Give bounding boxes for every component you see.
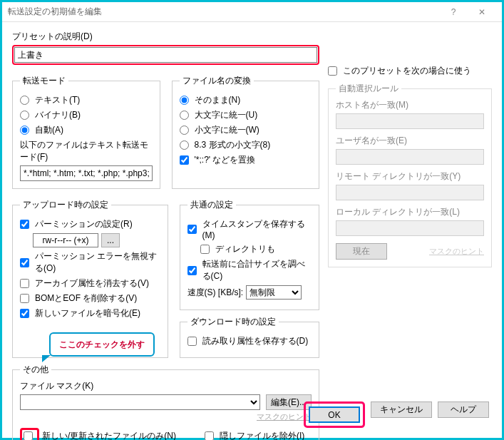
help-button[interactable]: ヘルプ xyxy=(438,401,489,418)
remote-match-input xyxy=(336,185,484,200)
other-legend: その他 xyxy=(20,364,51,376)
filename-convert-legend: ファイル名の変換 xyxy=(180,75,254,87)
common-settings-group: 共通の設定 タイムスタンプを保存する(M) ディレクトリも 転送前に合計サイズを… xyxy=(180,199,320,310)
filename-convert-group: ファイル名の変換 そのまま(N) 大文字に統一(U) 小文字に統一(W) 8.3… xyxy=(172,75,320,189)
user-match-input xyxy=(336,149,484,165)
dialog-footer: OK キャンセル ヘルプ xyxy=(304,401,489,428)
auto-rule-group: 自動選択ルール ホスト名が一致(M) ユーザ名が一致(E) リモート ディレクト… xyxy=(328,83,492,267)
download-legend: ダウンロード時の設定 xyxy=(187,316,279,328)
filemask-combobox[interactable] xyxy=(20,394,260,410)
fn-upper-radio[interactable] xyxy=(180,111,189,120)
replace-chars-checkbox[interactable] xyxy=(180,155,189,165)
help-icon[interactable]: ? xyxy=(439,3,468,21)
window-title: 転送設定の初期値を編集 xyxy=(8,6,439,18)
common-legend: 共通の設定 xyxy=(187,199,236,211)
mode-binary-radio[interactable] xyxy=(20,111,29,120)
cancel-button[interactable]: キャンセル xyxy=(371,401,432,418)
speed-label: 速度(S) [KB/s]: xyxy=(187,287,244,299)
dir-too-checkbox[interactable] xyxy=(200,245,210,254)
perm-set-checkbox[interactable] xyxy=(20,220,29,229)
filemask-label: ファイル マスク(K) xyxy=(20,380,312,392)
dialog-window: 転送設定の初期値を編集 ? ✕ プリセットの説明(D) 転送モード テキスト(T… xyxy=(0,0,504,440)
preserve-ro-checkbox[interactable] xyxy=(187,337,197,346)
preset-desc-label: プリセットの説明(D) xyxy=(12,31,319,43)
close-icon[interactable]: ✕ xyxy=(468,3,496,21)
transfer-mode-group: 転送モード テキスト(T) バイナリ(B) 自動(A) 以下のファイルはテキスト… xyxy=(12,75,160,189)
mode-text-radio[interactable] xyxy=(20,96,29,105)
host-match-label: ホスト名が一致(M) xyxy=(336,99,484,111)
titlebar: 転送設定の初期値を編集 ? ✕ xyxy=(2,2,502,22)
host-match-input xyxy=(336,113,484,129)
perm-browse-button[interactable]: ... xyxy=(101,233,120,247)
encrypt-new-checkbox[interactable] xyxy=(20,309,29,318)
fn-lower-radio[interactable] xyxy=(180,126,189,135)
clear-archive-checkbox[interactable] xyxy=(20,279,29,288)
auto-rule-legend: 自動選択ルール xyxy=(336,83,401,95)
remove-bom-checkbox[interactable] xyxy=(20,294,29,303)
transfer-mode-legend: 転送モード xyxy=(20,75,68,87)
mask-hint-link-right: マスクのヒント xyxy=(429,246,484,257)
ok-button[interactable]: OK xyxy=(309,406,360,423)
preset-desc-input[interactable] xyxy=(14,47,317,63)
new-only-highlight xyxy=(20,428,39,440)
speed-select[interactable]: 無制限 xyxy=(246,285,302,300)
fn-none-radio[interactable] xyxy=(180,96,189,105)
text-mask-input[interactable] xyxy=(20,165,153,181)
calc-size-checkbox[interactable] xyxy=(187,266,197,275)
local-match-label: ローカル ディレクトリが一致(L) xyxy=(336,206,484,218)
preset-desc-highlight xyxy=(12,45,319,65)
perm-value-input[interactable] xyxy=(33,233,98,247)
mode-auto-radio[interactable] xyxy=(20,126,29,135)
new-only-checkbox[interactable] xyxy=(24,431,33,440)
other-group: その他 ファイル マスク(K) 編集(E)... マスクのヒント 新しい/更新さ… xyxy=(12,364,319,440)
local-match-input xyxy=(336,220,484,236)
current-button: 現在 xyxy=(336,243,387,260)
remote-match-label: リモート ディレクトリが一致(Y) xyxy=(336,170,484,183)
download-settings-group: ダウンロード時の設定 読み取り属性を保存する(D) xyxy=(180,316,320,358)
exclude-hidden-checkbox[interactable] xyxy=(205,431,214,440)
use-preset-checkbox[interactable] xyxy=(328,66,337,76)
ignore-perm-err-checkbox[interactable] xyxy=(20,258,29,267)
fn-83-radio[interactable] xyxy=(180,140,189,150)
user-match-label: ユーザ名が一致(E) xyxy=(336,135,484,147)
annotation-callout: ここのチェックを外す xyxy=(49,332,155,357)
preserve-ts-checkbox[interactable] xyxy=(187,225,197,234)
text-mask-label: 以下のファイルはテキスト転送モード(F) xyxy=(20,139,153,163)
ok-highlight: OK xyxy=(304,401,365,428)
upload-legend: アップロード時の設定 xyxy=(20,199,111,211)
